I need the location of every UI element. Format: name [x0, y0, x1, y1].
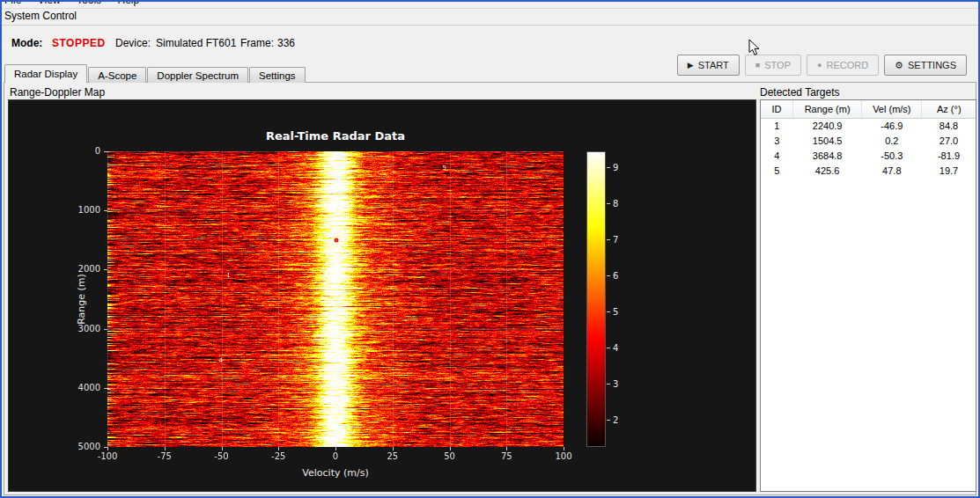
colorbar	[586, 151, 606, 447]
y-axis-label: Range (m)	[76, 274, 87, 325]
table-cell: 27.0	[922, 133, 976, 148]
colorbar-tick-mark	[607, 384, 610, 384]
targets-table: IDRange (m)Vel (m/s)Az (°) 12240.9-46.98…	[761, 100, 976, 178]
x-tick-mark	[450, 447, 451, 450]
table-cell: 425.6	[793, 163, 862, 178]
record-button: ● RECORD	[807, 55, 879, 76]
column-header[interactable]: Az (°)	[922, 100, 976, 118]
colorbar-tick-mark	[607, 239, 610, 240]
target-marker-label: 4	[218, 357, 222, 363]
target-marker: 3	[334, 238, 338, 243]
y-tick-label: 4000	[65, 383, 100, 392]
table-cell: -81.9	[922, 148, 976, 163]
tab-content-pane: Range-Doppler Map Real-Time Radar Data 1…	[4, 82, 976, 495]
x-tick-mark	[506, 447, 507, 450]
x-tick-mark	[335, 447, 336, 450]
table-row[interactable]: 31504.50.227.0	[761, 133, 976, 148]
x-tick-mark	[278, 447, 279, 450]
target-marker-label: 1	[226, 272, 230, 278]
device-value: Simulated FT601	[156, 37, 236, 49]
x-tick-mark	[165, 447, 166, 450]
start-button-label: START	[698, 60, 729, 70]
target-marker: 4	[218, 367, 223, 371]
settings-button[interactable]: ⚙ SETTINGS	[884, 55, 967, 76]
colorbar-tick-label: 3	[613, 379, 618, 389]
colorbar-tick-label: 2	[613, 415, 618, 425]
table-row[interactable]: 5425.647.819.7	[761, 163, 976, 178]
range-doppler-group-label: Range-Doppler Map	[10, 86, 105, 99]
colorbar-tick-label: 4	[613, 343, 618, 353]
plot-title: Real-Time Radar Data	[107, 129, 564, 143]
mode-value: STOPPED	[52, 37, 106, 49]
table-cell: -50.3	[862, 148, 922, 163]
y-tick-mark	[104, 210, 107, 211]
table-cell: -46.9	[862, 118, 922, 133]
gear-icon: ⚙	[895, 61, 903, 70]
target-marker: 1	[226, 282, 231, 286]
app-window: File View Tools Help System Control Mode…	[0, 0, 980, 498]
tab-doppler-spectrum[interactable]: Doppler Spectrum	[147, 67, 248, 83]
settings-button-label: SETTINGS	[908, 60, 956, 70]
table-cell: 2240.9	[793, 118, 862, 133]
menu-file[interactable]: File	[4, 2, 21, 9]
colorbar-tick-mark	[607, 275, 610, 276]
menu-help[interactable]: Help	[118, 2, 140, 9]
colorbar-tick-label: 6	[613, 271, 618, 281]
play-icon: ▶	[688, 62, 694, 70]
table-cell: 47.8	[862, 163, 922, 178]
table-cell: 3684.8	[793, 148, 862, 163]
plot-axes: 1345	[107, 151, 564, 447]
menu-tools[interactable]: Tools	[77, 2, 101, 9]
x-tick-label: 25	[387, 451, 398, 461]
colorbar-tick-mark	[607, 348, 610, 348]
menu-view[interactable]: View	[38, 2, 61, 9]
column-header[interactable]: Vel (m/s)	[862, 100, 922, 118]
tab-settings[interactable]: Settings	[249, 67, 306, 83]
table-cell: 4	[761, 148, 793, 163]
y-tick-label: 1000	[65, 205, 100, 215]
detected-targets-panel: IDRange (m)Vel (m/s)Az (°) 12240.9-46.98…	[760, 99, 976, 492]
y-tick-label: 0	[65, 146, 100, 156]
table-cell: 1504.5	[793, 133, 862, 148]
target-marker: 5	[442, 174, 446, 179]
x-tick-mark	[107, 447, 108, 450]
record-button-label: RECORD	[826, 60, 868, 70]
y-tick-mark	[104, 388, 107, 389]
frame-label: Frame:	[240, 37, 274, 49]
record-icon: ●	[817, 62, 822, 70]
table-cell: 0.2	[862, 133, 922, 148]
x-tick-label: -50	[214, 451, 228, 461]
x-tick-mark	[222, 447, 223, 450]
table-row[interactable]: 43684.8-50.3-81.9	[761, 148, 976, 163]
column-header[interactable]: Range (m)	[793, 100, 862, 118]
stop-button: ■ STOP	[745, 55, 801, 76]
colorbar-tick-label: 7	[613, 235, 618, 245]
button-row: ▶ START ■ STOP ● RECORD ⚙ SETTINGS	[677, 55, 967, 76]
x-tick-label: -100	[98, 451, 118, 461]
table-cell: 5	[761, 163, 793, 178]
start-button[interactable]: ▶ START	[677, 55, 740, 76]
mode-label: Mode:	[11, 37, 42, 49]
colorbar-tick-mark	[607, 420, 610, 421]
y-tick-mark	[104, 329, 107, 330]
device-label: Device:	[115, 37, 151, 49]
tab-a-scope[interactable]: A-Scope	[88, 67, 146, 83]
x-axis-label: Velocity (m/s)	[107, 467, 564, 479]
table-row[interactable]: 12240.9-46.984.8	[761, 118, 976, 133]
x-tick-label: 100	[555, 451, 571, 461]
tab-radar-display[interactable]: Radar Display	[4, 64, 87, 83]
system-control-label: System Control	[4, 10, 77, 22]
table-cell: 84.8	[922, 118, 976, 133]
colorbar-tick-label: 5	[613, 307, 618, 317]
detected-targets-group-label: Detected Targets	[760, 86, 840, 99]
x-tick-label: -75	[158, 451, 172, 461]
y-tick-mark	[104, 269, 107, 270]
column-header[interactable]: ID	[761, 100, 793, 118]
colorbar-tick-mark	[607, 167, 610, 168]
stop-button-label: STOP	[764, 60, 791, 70]
x-tick-label: -25	[271, 451, 285, 461]
table-cell: 19.7	[922, 163, 976, 178]
x-tick-label: 75	[501, 451, 512, 461]
colorbar-tick-label: 8	[613, 199, 618, 209]
x-tick-label: 0	[333, 451, 338, 461]
